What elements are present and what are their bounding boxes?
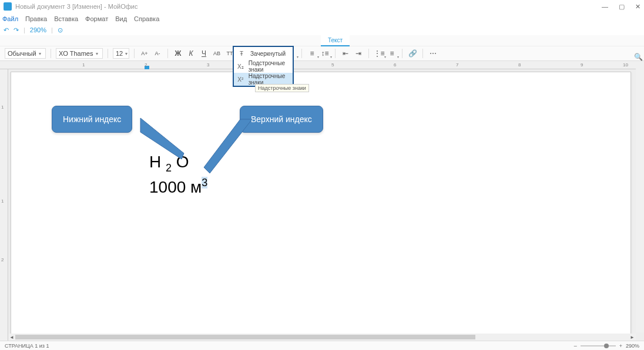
vertical-scrollbar[interactable] [636, 62, 644, 332]
zoom-percent[interactable]: 290% [626, 343, 639, 349]
line-spacing-button[interactable]: ↕≡▾ [320, 48, 330, 59]
decrease-font-button[interactable]: A- [152, 48, 163, 59]
maximize-button[interactable]: ▢ [619, 3, 625, 11]
menu-file[interactable]: Файл [2, 15, 18, 22]
size-combo[interactable]: 12▾ [113, 48, 129, 59]
menu-bar: Файл Правка Вставка Формат Вид Справка [0, 13, 644, 25]
app-logo-icon [4, 2, 12, 11]
italic-button[interactable]: К [186, 48, 196, 59]
caps-button[interactable]: АВ [212, 48, 222, 59]
menu-help[interactable]: Справка [134, 15, 159, 22]
horizontal-scrollbar[interactable]: ◄ ► [8, 334, 636, 341]
zoom-value[interactable]: 290% [30, 26, 46, 33]
scroll-left-icon[interactable]: ◄ [8, 335, 15, 340]
minimize-button[interactable]: — [602, 3, 608, 11]
align-button[interactable]: ≡▾ [307, 48, 317, 59]
callout-lower-index: Нижний индекс [52, 106, 132, 133]
menu-view[interactable]: Вид [115, 15, 127, 22]
line-2: 1000 м3 [149, 176, 207, 198]
toolbar: Обычный▾ XO Thames▾ 12▾ A+ A- Ж К Ч АВ Т… [0, 46, 644, 61]
title-bar: Новый документ 3 [Изменен] - МойОфис — ▢… [0, 0, 644, 13]
page-indicator[interactable]: СТРАНИЦА 1 из 1 [5, 343, 49, 349]
indent-decrease-button[interactable]: ⇤ [340, 48, 351, 59]
menu-format[interactable]: Формат [85, 15, 108, 22]
redo-icon[interactable]: ↷ [14, 26, 19, 34]
increase-font-button[interactable]: A+ [139, 48, 150, 59]
ribbon-tab-row: Текст [0, 35, 644, 46]
undo-icon[interactable]: ↶ [4, 26, 9, 34]
svg-marker-1 [204, 119, 252, 173]
menu-edit[interactable]: Правка [25, 15, 47, 22]
quick-access-bar: ↶ ↷ | 290% | ⊙ [0, 25, 644, 35]
zoom-out-button[interactable]: – [574, 343, 577, 349]
underline-button[interactable]: Ч [199, 48, 209, 59]
tooltip: Надстрочные знаки [255, 84, 309, 92]
scroll-thumb[interactable] [15, 335, 475, 339]
link-button[interactable]: 🔗 [407, 48, 418, 59]
number-list-button[interactable]: ≡▾ [387, 48, 397, 59]
subscript-icon: X₂ [237, 63, 244, 70]
callout-upper-index: Верхний индекс [240, 106, 323, 133]
more-button[interactable]: ⋯ [428, 48, 438, 59]
separator: | [51, 26, 53, 33]
scroll-right-icon[interactable]: ► [629, 335, 636, 340]
horizontal-ruler[interactable]: 1 2 3 5 6 7 8 9 10 [0, 61, 644, 69]
status-bar: СТРАНИЦА 1 из 1 – + 290% [0, 341, 644, 350]
font-combo[interactable]: XO Thames▾ [56, 48, 103, 59]
window-title: Новый документ 3 [Изменен] - МойОфис [15, 3, 137, 10]
magnifier-icon[interactable]: 🔍 [634, 53, 643, 61]
dropdown-subscript[interactable]: X₂ Подстрочные знаки [234, 60, 293, 73]
tab-text[interactable]: Текст [321, 35, 350, 46]
bold-button[interactable]: Ж [173, 48, 183, 59]
indent-increase-button[interactable]: ⇥ [353, 48, 364, 59]
bullet-list-button[interactable]: ⋮≡▾ [374, 48, 384, 59]
close-button[interactable]: ✕ [635, 3, 640, 11]
strikethrough-icon: Ŧ [237, 51, 246, 57]
zoom-slider[interactable] [581, 345, 616, 346]
zoom-in-button[interactable]: + [619, 343, 622, 349]
more-formatting-dropdown: Ŧ Зачеркнутый X₂ Подстрочные знаки X² На… [233, 46, 294, 87]
window-controls: — ▢ ✕ [602, 3, 640, 11]
vertical-ruler[interactable]: 1 1 2 [0, 69, 8, 350]
separator: | [24, 26, 25, 33]
menu-insert[interactable]: Вставка [54, 15, 78, 22]
superscript-icon: X² [237, 76, 244, 83]
style-combo[interactable]: Обычный▾ [5, 48, 46, 59]
svg-marker-0 [140, 118, 184, 159]
dropdown-strike[interactable]: Ŧ Зачеркнутый [234, 47, 293, 60]
target-icon[interactable]: ⊙ [58, 26, 63, 34]
